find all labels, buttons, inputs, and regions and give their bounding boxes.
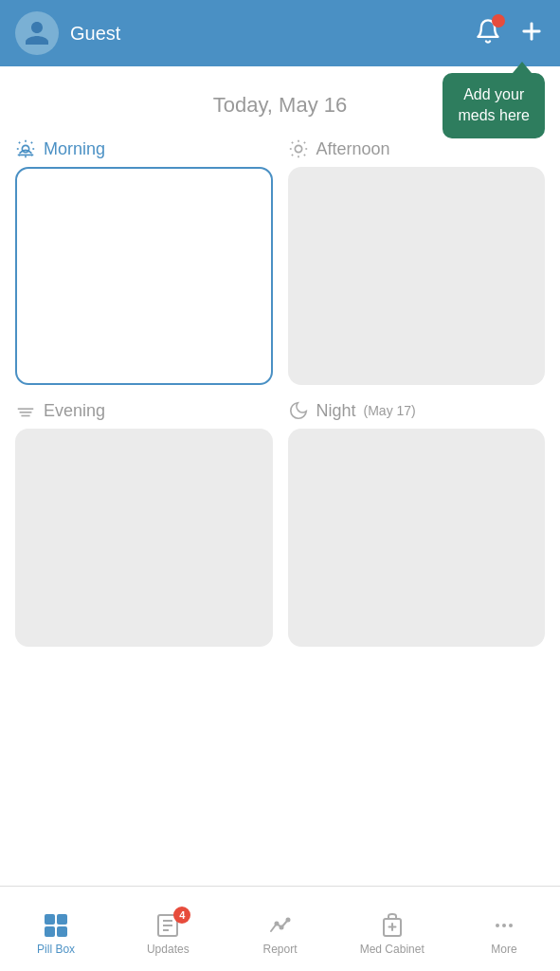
- med-cabinet-icon-wrap: [375, 912, 409, 939]
- tab-more[interactable]: More: [448, 903, 560, 956]
- afternoon-card[interactable]: [288, 167, 546, 385]
- night-section: Night (May 17): [288, 400, 546, 647]
- svg-rect-25: [45, 914, 55, 925]
- morning-label-text: Morning: [44, 139, 105, 159]
- tab-pill-box[interactable]: Pill Box: [0, 903, 112, 956]
- tab-med-cabinet[interactable]: Med Cabinet: [336, 903, 448, 956]
- updates-icon-wrap: 4: [151, 912, 185, 939]
- night-label-text: Night: [316, 401, 356, 421]
- night-sub-label: (May 17): [364, 403, 416, 418]
- night-icon: [288, 400, 309, 421]
- header-actions: [475, 18, 545, 48]
- pill-box-icon-wrap: [39, 912, 73, 939]
- evening-icon: [15, 400, 36, 421]
- evening-section: Evening: [15, 400, 273, 647]
- tab-med-cabinet-label: Med Cabinet: [360, 943, 425, 956]
- morning-section: Morning: [15, 138, 273, 385]
- svg-line-20: [291, 155, 292, 156]
- tab-report-label: Report: [262, 943, 297, 956]
- night-label: Night (May 17): [288, 400, 546, 421]
- notifications-button[interactable]: [475, 18, 501, 48]
- svg-point-40: [502, 924, 506, 927]
- evening-card[interactable]: [15, 429, 273, 647]
- tooltip-content: Add your meds here: [443, 73, 545, 138]
- afternoon-section: Afternoon: [288, 138, 546, 385]
- svg-point-41: [509, 924, 513, 927]
- svg-line-6: [19, 142, 20, 143]
- afternoon-label-text: Afternoon: [316, 139, 390, 159]
- app-header: Guest: [0, 0, 560, 66]
- evening-label: Evening: [15, 400, 273, 421]
- afternoon-icon: [288, 138, 309, 159]
- tab-more-label: More: [491, 943, 516, 956]
- tooltip-arrow: [513, 62, 532, 73]
- bell-badge: [492, 14, 505, 27]
- add-meds-tooltip[interactable]: Add your meds here: [443, 62, 545, 138]
- svg-point-34: [280, 925, 282, 928]
- svg-point-39: [496, 924, 499, 927]
- svg-rect-27: [45, 926, 55, 937]
- morning-label: Morning: [15, 138, 273, 159]
- tab-updates-label: Updates: [147, 943, 190, 956]
- tab-pill-box-label: Pill Box: [37, 943, 75, 956]
- report-icon-wrap: [263, 912, 298, 939]
- main-content: Today, May 16 Mornin: [0, 66, 560, 886]
- more-icon-wrap: [487, 912, 521, 939]
- svg-point-33: [275, 922, 278, 925]
- svg-line-17: [303, 155, 304, 156]
- night-card[interactable]: [288, 429, 546, 647]
- svg-point-13: [295, 145, 301, 152]
- afternoon-label: Afternoon: [288, 138, 546, 159]
- schedule-grid: Morning Afternoon: [15, 138, 545, 647]
- tab-report[interactable]: Report: [224, 903, 335, 956]
- pill-box-icon: [43, 912, 69, 939]
- morning-card[interactable]: [15, 167, 273, 385]
- svg-line-11: [31, 142, 32, 143]
- svg-line-21: [303, 142, 304, 143]
- evening-label-text: Evening: [44, 401, 105, 421]
- svg-line-16: [291, 142, 292, 143]
- avatar[interactable]: [15, 11, 59, 55]
- report-icon: [267, 912, 294, 939]
- more-icon: [491, 912, 517, 939]
- username-label: Guest: [70, 23, 475, 45]
- tab-bar: Pill Box 4 Updates Report: [0, 886, 560, 971]
- med-cabinet-icon: [379, 912, 406, 939]
- add-med-button[interactable]: [518, 18, 545, 48]
- svg-rect-28: [57, 926, 67, 937]
- morning-icon: [15, 138, 36, 159]
- svg-rect-26: [57, 914, 67, 925]
- svg-point-35: [286, 918, 289, 921]
- tab-updates[interactable]: 4 Updates: [112, 903, 224, 956]
- updates-badge: 4: [173, 907, 190, 924]
